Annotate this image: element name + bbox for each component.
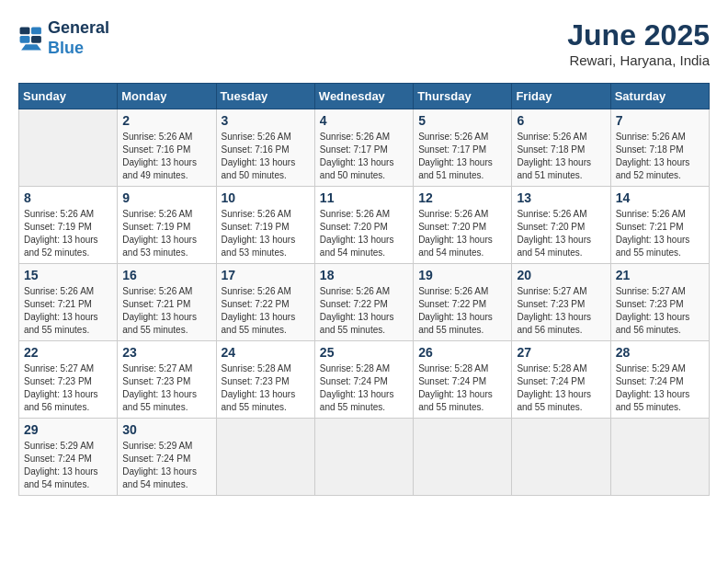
- cell-info: Sunrise: 5:27 AM Sunset: 7:23 PM Dayligh…: [616, 285, 704, 337]
- day-number: 17: [222, 268, 310, 282]
- svg-rect-3: [31, 35, 41, 42]
- day-cell-29: 29 Sunrise: 5:29 AM Sunset: 7:24 PM Dayl…: [19, 419, 118, 496]
- day-cell-2: 2 Sunrise: 5:26 AM Sunset: 7:16 PM Dayli…: [118, 109, 216, 187]
- day-number: 30: [122, 422, 210, 437]
- day-cell-3: 3 Sunrise: 5:26 AM Sunset: 7:16 PM Dayli…: [216, 109, 314, 187]
- day-number: 19: [418, 268, 506, 282]
- calendar-body: 2 Sunrise: 5:26 AM Sunset: 7:16 PM Dayli…: [19, 109, 710, 496]
- cell-info: Sunrise: 5:27 AM Sunset: 7:23 PM Dayligh…: [517, 285, 605, 337]
- day-number: 2: [122, 113, 210, 128]
- col-sunday: Sunday: [19, 84, 118, 109]
- col-wednesday: Wednesday: [314, 84, 413, 109]
- cell-info: Sunrise: 5:26 AM Sunset: 7:18 PM Dayligh…: [616, 131, 704, 182]
- svg-rect-2: [20, 35, 30, 42]
- cell-info: Sunrise: 5:26 AM Sunset: 7:20 PM Dayligh…: [517, 208, 605, 259]
- day-number: 9: [122, 190, 210, 205]
- day-cell-9: 9 Sunrise: 5:26 AM Sunset: 7:19 PM Dayli…: [118, 187, 216, 264]
- calendar-week-1: 2 Sunrise: 5:26 AM Sunset: 7:16 PM Dayli…: [19, 109, 710, 187]
- day-number: 26: [418, 345, 506, 360]
- day-number: 24: [222, 345, 310, 360]
- location: Rewari, Haryana, India: [567, 52, 710, 68]
- cell-info: Sunrise: 5:26 AM Sunset: 7:21 PM Dayligh…: [616, 208, 704, 259]
- day-number: 12: [418, 190, 506, 205]
- cell-info: Sunrise: 5:27 AM Sunset: 7:23 PM Dayligh…: [24, 362, 112, 414]
- logo-text: General Blue: [48, 18, 109, 58]
- day-number: 15: [24, 268, 112, 282]
- day-cell-30: 30 Sunrise: 5:29 AM Sunset: 7:24 PM Dayl…: [118, 419, 216, 496]
- cell-info: Sunrise: 5:26 AM Sunset: 7:21 PM Dayligh…: [24, 285, 112, 337]
- cell-info: Sunrise: 5:26 AM Sunset: 7:20 PM Dayligh…: [320, 208, 408, 259]
- day-number: 18: [320, 268, 408, 282]
- day-number: 3: [222, 113, 310, 128]
- calendar-week-5: 29 Sunrise: 5:29 AM Sunset: 7:24 PM Dayl…: [19, 419, 710, 496]
- cell-info: Sunrise: 5:28 AM Sunset: 7:24 PM Dayligh…: [517, 362, 605, 414]
- day-cell-10: 10 Sunrise: 5:26 AM Sunset: 7:19 PM Dayl…: [216, 187, 314, 264]
- day-cell-20: 20 Sunrise: 5:27 AM Sunset: 7:23 PM Dayl…: [512, 264, 610, 341]
- month-title: June 2025: [567, 18, 710, 52]
- cell-info: Sunrise: 5:29 AM Sunset: 7:24 PM Dayligh…: [616, 362, 704, 414]
- day-number: 6: [517, 113, 605, 128]
- day-cell-24: 24 Sunrise: 5:28 AM Sunset: 7:23 PM Dayl…: [216, 341, 314, 419]
- cell-info: Sunrise: 5:26 AM Sunset: 7:22 PM Dayligh…: [418, 285, 506, 337]
- general-blue-logo-icon: [18, 26, 44, 52]
- day-number: 20: [517, 268, 605, 282]
- day-number: 25: [320, 345, 408, 360]
- calendar-week-3: 15 Sunrise: 5:26 AM Sunset: 7:21 PM Dayl…: [19, 264, 710, 341]
- empty-cell: [512, 419, 610, 496]
- cell-info: Sunrise: 5:26 AM Sunset: 7:17 PM Dayligh…: [418, 131, 506, 182]
- day-cell-27: 27 Sunrise: 5:28 AM Sunset: 7:24 PM Dayl…: [512, 341, 610, 419]
- day-cell-11: 11 Sunrise: 5:26 AM Sunset: 7:20 PM Dayl…: [314, 187, 413, 264]
- logo: General Blue: [18, 18, 109, 58]
- day-number: 23: [122, 345, 210, 360]
- svg-rect-0: [20, 27, 30, 34]
- cell-info: Sunrise: 5:26 AM Sunset: 7:22 PM Dayligh…: [222, 285, 310, 337]
- day-number: 29: [24, 422, 112, 437]
- day-cell-17: 17 Sunrise: 5:26 AM Sunset: 7:22 PM Dayl…: [216, 264, 314, 341]
- col-tuesday: Tuesday: [216, 84, 314, 109]
- day-number: 14: [616, 190, 704, 205]
- col-monday: Monday: [118, 84, 216, 109]
- cell-info: Sunrise: 5:26 AM Sunset: 7:19 PM Dayligh…: [24, 208, 112, 259]
- day-number: 5: [418, 113, 506, 128]
- day-number: 21: [616, 268, 704, 282]
- day-number: 28: [616, 345, 704, 360]
- day-number: 8: [24, 190, 112, 205]
- day-number: 4: [320, 113, 408, 128]
- day-number: 16: [122, 268, 210, 282]
- day-cell-8: 8 Sunrise: 5:26 AM Sunset: 7:19 PM Dayli…: [19, 187, 118, 264]
- page-header: General Blue June 2025 Rewari, Haryana, …: [18, 18, 710, 68]
- day-cell-25: 25 Sunrise: 5:28 AM Sunset: 7:24 PM Dayl…: [314, 341, 413, 419]
- col-saturday: Saturday: [610, 84, 709, 109]
- calendar-week-4: 22 Sunrise: 5:27 AM Sunset: 7:23 PM Dayl…: [19, 341, 710, 419]
- day-cell-6: 6 Sunrise: 5:26 AM Sunset: 7:18 PM Dayli…: [512, 109, 610, 187]
- cell-info: Sunrise: 5:29 AM Sunset: 7:24 PM Dayligh…: [24, 440, 112, 491]
- cell-info: Sunrise: 5:27 AM Sunset: 7:23 PM Dayligh…: [122, 362, 210, 414]
- day-number: 11: [320, 190, 408, 205]
- day-cell-16: 16 Sunrise: 5:26 AM Sunset: 7:21 PM Dayl…: [118, 264, 216, 341]
- cell-info: Sunrise: 5:29 AM Sunset: 7:24 PM Dayligh…: [122, 440, 210, 491]
- day-number: 7: [616, 113, 704, 128]
- cell-info: Sunrise: 5:26 AM Sunset: 7:20 PM Dayligh…: [418, 208, 506, 259]
- empty-cell: [19, 109, 118, 187]
- cell-info: Sunrise: 5:26 AM Sunset: 7:19 PM Dayligh…: [122, 208, 210, 259]
- day-cell-12: 12 Sunrise: 5:26 AM Sunset: 7:20 PM Dayl…: [414, 187, 512, 264]
- day-number: 13: [517, 190, 605, 205]
- header-row: Sunday Monday Tuesday Wednesday Thursday…: [19, 84, 710, 109]
- cell-info: Sunrise: 5:26 AM Sunset: 7:22 PM Dayligh…: [320, 285, 408, 337]
- day-number: 22: [24, 345, 112, 360]
- day-cell-28: 28 Sunrise: 5:29 AM Sunset: 7:24 PM Dayl…: [610, 341, 709, 419]
- cell-info: Sunrise: 5:28 AM Sunset: 7:23 PM Dayligh…: [222, 362, 310, 414]
- day-number: 27: [517, 345, 605, 360]
- day-cell-14: 14 Sunrise: 5:26 AM Sunset: 7:21 PM Dayl…: [610, 187, 709, 264]
- day-cell-21: 21 Sunrise: 5:27 AM Sunset: 7:23 PM Dayl…: [610, 264, 709, 341]
- col-friday: Friday: [512, 84, 610, 109]
- cell-info: Sunrise: 5:26 AM Sunset: 7:19 PM Dayligh…: [222, 208, 310, 259]
- cell-info: Sunrise: 5:26 AM Sunset: 7:16 PM Dayligh…: [222, 131, 310, 182]
- calendar-week-2: 8 Sunrise: 5:26 AM Sunset: 7:19 PM Dayli…: [19, 187, 710, 264]
- day-cell-22: 22 Sunrise: 5:27 AM Sunset: 7:23 PM Dayl…: [19, 341, 118, 419]
- cell-info: Sunrise: 5:26 AM Sunset: 7:17 PM Dayligh…: [320, 131, 408, 182]
- svg-marker-4: [21, 44, 41, 50]
- title-block: June 2025 Rewari, Haryana, India: [567, 18, 710, 68]
- day-cell-15: 15 Sunrise: 5:26 AM Sunset: 7:21 PM Dayl…: [19, 264, 118, 341]
- svg-rect-1: [31, 27, 41, 34]
